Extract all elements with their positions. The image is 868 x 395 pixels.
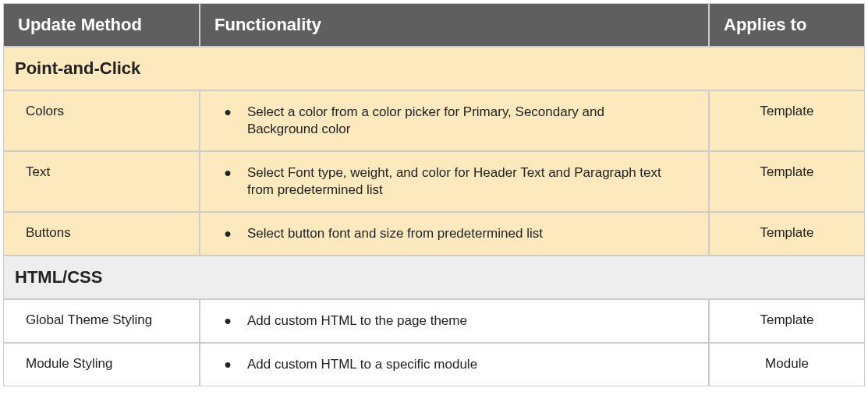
row-functionality: ● Select button font and size from prede… bbox=[200, 212, 709, 256]
section-header-point-and-click: Point-and-Click bbox=[3, 47, 865, 90]
row-applies-to: Template bbox=[709, 212, 865, 256]
row-name: Module Styling bbox=[3, 343, 200, 386]
row-functionality-text: Select a color from a color picker for P… bbox=[247, 104, 700, 138]
table-row: Buttons ● Select button font and size fr… bbox=[3, 212, 865, 256]
styling-methods-table: Update Method Functionality Applies to P… bbox=[3, 3, 865, 386]
row-functionality: ● Add custom HTML to the page theme bbox=[200, 299, 709, 343]
section-title: Point-and-Click bbox=[3, 47, 865, 90]
bullet-icon: ● bbox=[208, 164, 247, 182]
row-functionality-text: Select button font and size from predete… bbox=[247, 225, 700, 242]
row-applies-to: Module bbox=[709, 343, 865, 386]
bullet-icon: ● bbox=[208, 104, 247, 121]
row-functionality-text: Add custom HTML to a specific module bbox=[247, 356, 700, 373]
bullet-icon: ● bbox=[208, 225, 247, 242]
table-row: Text ● Select Font type, weight, and col… bbox=[3, 151, 865, 212]
header-row: Update Method Functionality Applies to bbox=[3, 3, 865, 47]
header-update-method: Update Method bbox=[3, 3, 200, 47]
row-applies-to: Template bbox=[709, 299, 865, 343]
table-row: Module Styling ● Add custom HTML to a sp… bbox=[3, 343, 865, 386]
row-functionality-text: Add custom HTML to the page theme bbox=[247, 312, 700, 330]
bullet-icon: ● bbox=[208, 312, 247, 330]
row-name: Buttons bbox=[3, 212, 200, 256]
table-row: Global Theme Styling ● Add custom HTML t… bbox=[3, 299, 865, 343]
row-name: Global Theme Styling bbox=[3, 299, 200, 343]
header-functionality: Functionality bbox=[200, 3, 709, 47]
row-functionality: ● Select Font type, weight, and color fo… bbox=[200, 151, 709, 212]
bullet-icon: ● bbox=[208, 356, 247, 373]
row-applies-to: Template bbox=[709, 151, 865, 212]
row-name: Text bbox=[3, 151, 200, 212]
row-functionality-text: Select Font type, weight, and color for … bbox=[247, 164, 700, 199]
header-applies-to: Applies to bbox=[709, 3, 865, 47]
row-functionality: ● Select a color from a color picker for… bbox=[200, 90, 709, 151]
row-name: Colors bbox=[3, 90, 200, 151]
table-row: Colors ● Select a color from a color pic… bbox=[3, 90, 865, 151]
section-title: HTML/CSS bbox=[3, 256, 865, 299]
row-functionality: ● Add custom HTML to a specific module bbox=[200, 343, 709, 386]
section-header-html-css: HTML/CSS bbox=[3, 256, 865, 299]
row-applies-to: Template bbox=[709, 90, 865, 151]
